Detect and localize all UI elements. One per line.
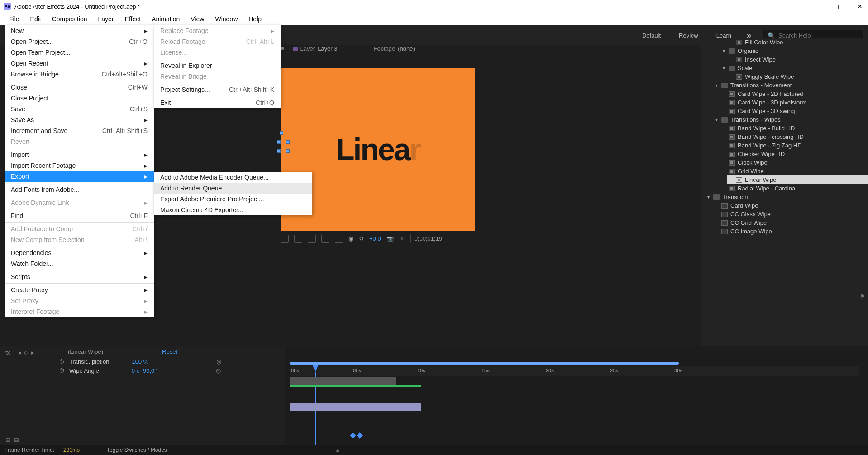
menu-item[interactable]: Reveal in Explorer bbox=[154, 60, 281, 71]
expression-icon[interactable]: ◎ bbox=[216, 358, 221, 365]
menu-item[interactable]: Create Proxy▶ bbox=[5, 284, 154, 295]
fx-item[interactable]: Clock Wipe bbox=[701, 158, 868, 167]
fx-folder[interactable]: ▾Transitions - Wipes bbox=[701, 115, 868, 124]
exposure-value[interactable]: +0,0 bbox=[369, 235, 381, 242]
fx-folder[interactable]: ▾Transitions - Movement bbox=[701, 81, 868, 90]
menu-item[interactable]: Export▶ bbox=[5, 171, 154, 182]
viewer-btn[interactable] bbox=[294, 235, 302, 243]
keyframe-icon[interactable] bbox=[350, 432, 356, 439]
fx-item[interactable]: Wiggly Scale Wipe bbox=[701, 72, 868, 81]
keyframe-icon[interactable] bbox=[357, 432, 363, 439]
menu-effect[interactable]: Effect bbox=[119, 14, 147, 24]
menu-item[interactable]: Import▶ bbox=[5, 149, 154, 160]
toggle-icon[interactable]: ⊞ bbox=[5, 436, 10, 443]
menu-item[interactable]: Add to Adobe Media Encoder Queue... bbox=[154, 172, 312, 183]
fx-item[interactable]: Band Wipe - crossing HD bbox=[701, 133, 868, 141]
color-mgmt-icon[interactable]: ◉ bbox=[348, 235, 353, 242]
exposure-icon[interactable]: ↻ bbox=[359, 235, 364, 242]
fx-item[interactable]: Fill Color Wipe bbox=[701, 38, 868, 47]
viewer-btn[interactable] bbox=[321, 235, 329, 243]
prev-kf-icon[interactable]: ◂ bbox=[18, 349, 21, 356]
expression-icon[interactable]: ◎ bbox=[216, 367, 221, 374]
menu-item[interactable]: Open Project...Ctrl+O bbox=[5, 36, 154, 47]
menu-item[interactable]: Project Settings...Ctrl+Alt+Shift+K bbox=[154, 84, 281, 95]
fx-item[interactable]: CC Glass Wipe bbox=[701, 210, 868, 218]
menu-item[interactable]: Export Adobe Premiere Pro Project... bbox=[154, 194, 312, 204]
workspace-default[interactable]: Default bbox=[642, 32, 661, 39]
marker-add-icon[interactable]: ⚑ bbox=[860, 293, 865, 300]
menu-item[interactable]: Browse in Bridge...Ctrl+Alt+Shift+O bbox=[5, 69, 154, 80]
fx-item[interactable]: Band Wipe - Build HD bbox=[701, 124, 868, 133]
menu-item[interactable]: CloseCtrl+W bbox=[5, 82, 154, 93]
fx-item[interactable]: CC Image Wipe bbox=[701, 227, 868, 236]
stopwatch-icon[interactable]: ⏱ bbox=[59, 367, 65, 374]
reset-link[interactable]: Reset bbox=[162, 348, 177, 355]
snapshot-show-icon[interactable]: 👁 bbox=[399, 235, 405, 242]
menu-item[interactable]: Import Recent Footage▶ bbox=[5, 160, 154, 171]
prop-name[interactable]: Wipe Angle bbox=[69, 367, 99, 374]
zoom-slider-icon[interactable]: ▲ bbox=[335, 447, 340, 453]
menu-item[interactable]: Maxon Cinema 4D Exporter... bbox=[154, 204, 312, 215]
menu-item[interactable]: Save As▶ bbox=[5, 114, 154, 125]
timecode[interactable]: 0;00;01;19 bbox=[410, 234, 446, 243]
menu-animation[interactable]: Animation bbox=[146, 14, 185, 24]
workspace-review[interactable]: Review bbox=[679, 32, 698, 39]
fx-folder[interactable]: ▾Organic bbox=[701, 47, 868, 55]
menu-item[interactable]: Watch Folder... bbox=[5, 258, 154, 269]
fx-item[interactable]: Band Wipe - Zig Zag HD bbox=[701, 141, 868, 150]
menu-window[interactable]: Window bbox=[210, 14, 243, 24]
menu-item[interactable]: Close Project bbox=[5, 93, 154, 104]
menu-help[interactable]: Help bbox=[243, 14, 267, 24]
prop-value[interactable]: 100 % bbox=[132, 358, 148, 365]
fx-item[interactable]: Card Wipe - 3D swing bbox=[701, 107, 868, 115]
fx-item[interactable]: Radial Wipe - Cardinal bbox=[701, 184, 868, 193]
menu-icon[interactable]: ≡ bbox=[281, 45, 284, 52]
viewer-btn[interactable] bbox=[335, 235, 343, 243]
viewer-btn[interactable] bbox=[308, 235, 316, 243]
fx-item[interactable]: Card Wipe bbox=[701, 201, 868, 210]
menu-item[interactable]: ExitCtrl+Q bbox=[154, 97, 281, 108]
next-kf-icon[interactable]: ▸ bbox=[31, 349, 34, 356]
layer-name[interactable]: Layer 3 bbox=[318, 45, 337, 52]
menu-item[interactable]: Open Recent▶ bbox=[5, 58, 154, 69]
minimize-button[interactable]: — bbox=[816, 3, 826, 10]
menu-view[interactable]: View bbox=[185, 14, 210, 24]
snapshot-icon[interactable]: 📷 bbox=[386, 235, 394, 242]
toggle-switches-button[interactable]: Toggle Switches / Modes bbox=[107, 447, 167, 453]
viewer-btn[interactable] bbox=[281, 235, 289, 243]
menu-item[interactable]: Add Fonts from Adobe... bbox=[5, 184, 154, 195]
add-kf-icon[interactable]: ◇ bbox=[24, 349, 29, 356]
fx-folder[interactable]: ▾Scale bbox=[701, 64, 868, 72]
fx-item[interactable]: Checker Wipe HD bbox=[701, 150, 868, 158]
menu-item[interactable]: Add to Render Queue bbox=[154, 183, 312, 194]
maximize-button[interactable]: ▢ bbox=[836, 3, 845, 10]
fx-item[interactable]: CC Grid Wipe bbox=[701, 218, 868, 227]
menu-item[interactable]: New▶ bbox=[5, 25, 154, 36]
menu-file[interactable]: File bbox=[4, 14, 25, 24]
fx-item[interactable]: Insect Wipe bbox=[701, 55, 868, 64]
fx-folder[interactable]: ▾Transition bbox=[701, 193, 868, 201]
menu-item[interactable]: Increment and SaveCtrl+Alt+Shift+S bbox=[5, 125, 154, 136]
fx-item[interactable]: Card Wipe - 3D pixelstorm bbox=[701, 98, 868, 107]
time-ruler[interactable]: :00s05s10s15s20s25s30s bbox=[290, 366, 859, 376]
zoom-out-icon[interactable]: — bbox=[317, 447, 322, 453]
layer-bar[interactable] bbox=[290, 403, 421, 411]
layer-bar[interactable] bbox=[290, 377, 396, 385]
fx-item[interactable]: Grid Wipe bbox=[701, 167, 868, 175]
stopwatch-icon[interactable]: ⏱ bbox=[59, 358, 65, 365]
menu-edit[interactable]: Edit bbox=[25, 14, 47, 24]
prop-value[interactable]: 0 x -90,0° bbox=[132, 367, 157, 374]
menu-composition[interactable]: Composition bbox=[47, 14, 93, 24]
menu-item[interactable]: Scripts▶ bbox=[5, 271, 154, 282]
menu-layer[interactable]: Layer bbox=[93, 14, 119, 24]
menu-item[interactable]: SaveCtrl+S bbox=[5, 104, 154, 114]
menu-item[interactable]: FindCtrl+F bbox=[5, 210, 154, 221]
fx-item[interactable]: Linear Wipe bbox=[727, 175, 868, 184]
prop-name[interactable]: Transit...pletion bbox=[69, 358, 109, 365]
fx-item[interactable]: Card Wipe - 2D fractured bbox=[701, 90, 868, 98]
close-button[interactable]: ✕ bbox=[855, 3, 864, 10]
menu-item[interactable]: Open Team Project... bbox=[5, 47, 154, 58]
toggle-icon[interactable]: ⊟ bbox=[14, 436, 19, 443]
work-area-bar[interactable] bbox=[290, 362, 679, 365]
effect-name[interactable]: (Linear Wipe) bbox=[68, 348, 103, 355]
